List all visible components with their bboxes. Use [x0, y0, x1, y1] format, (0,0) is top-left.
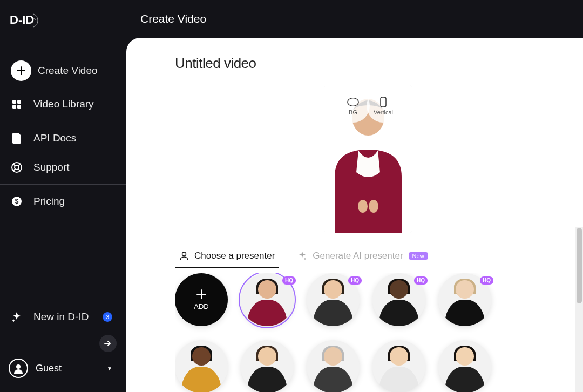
tab-label: Generate AI presenter [313, 251, 403, 261]
user-menu[interactable]: Guest ▼ [0, 352, 126, 384]
video-preview: BG Vertical [324, 85, 412, 233]
brand-logo: D-ID [0, 8, 126, 52]
sidebar-item-video-library[interactable]: Video Library [0, 90, 126, 119]
sidebar-item-label: Video Library [33, 98, 94, 110]
presenter-item[interactable] [372, 340, 425, 392]
sidebar: D-ID Create Video Video Library API Docs [0, 0, 126, 392]
chip-label: Vertical [374, 109, 393, 116]
divider [0, 121, 126, 121]
add-label: ADD [194, 302, 208, 310]
sidebar-item-support[interactable]: Support [0, 153, 126, 182]
arrow-right-icon [104, 340, 112, 347]
tab-label: Choose a presenter [194, 251, 275, 261]
grid-icon [11, 98, 23, 110]
lifebuoy-icon [11, 161, 23, 173]
sidebar-item-label: New in D-ID [33, 311, 89, 323]
svg-point-1 [33, 18, 35, 19]
svg-point-8 [15, 165, 19, 170]
hq-badge: HQ [282, 276, 296, 285]
plus-icon [195, 288, 207, 300]
video-title-input[interactable]: Untitled video [175, 55, 561, 72]
sidebar-item-api-docs[interactable]: API Docs [0, 124, 126, 153]
page-title: Create Video [140, 12, 206, 25]
scrollbar-thumb[interactable] [577, 228, 582, 303]
chip-label: BG [349, 109, 357, 116]
hq-badge: HQ [480, 276, 493, 285]
svg-text:$: $ [15, 198, 19, 205]
sidebar-nav: API Docs Support [0, 124, 126, 182]
chevron-down-icon: ▼ [107, 366, 112, 371]
vertical-rect-icon [377, 97, 389, 107]
canvas: Untitled video BG [126, 38, 583, 392]
svg-rect-6 [17, 105, 21, 109]
presenter-tabs: Choose a presenter Generate AI presenter… [175, 245, 561, 268]
topbar: Create Video [126, 0, 583, 38]
sidebar-item-label: Support [33, 161, 70, 173]
svg-point-2 [35, 19, 36, 20]
presenter-add[interactable]: ADD [175, 273, 228, 326]
presenter-item[interactable] [307, 340, 360, 392]
new-badge: New [409, 252, 428, 260]
sparkle-icon [11, 311, 23, 323]
main: Create Video Untitled video [126, 0, 583, 392]
presenter-item[interactable]: HQ [372, 273, 425, 326]
sidebar-item-whats-new[interactable]: New in D-ID 3 [0, 302, 126, 332]
background-chip[interactable]: BG [336, 89, 370, 123]
divider [0, 184, 126, 185]
svg-text:D-ID: D-ID [10, 13, 34, 26]
tab-choose-presenter[interactable]: Choose a presenter [175, 245, 279, 268]
sidebar-nav: $ Pricing [0, 187, 126, 216]
svg-point-18 [182, 252, 186, 256]
presenter-item[interactable]: HQ [438, 273, 491, 326]
svg-rect-17 [381, 97, 386, 107]
svg-point-16 [348, 98, 358, 106]
avatar-icon [9, 359, 28, 378]
user-label: Guest [36, 363, 62, 374]
person-icon [179, 251, 189, 261]
presenter-item[interactable] [438, 340, 491, 392]
sidebar-item-label: API Docs [33, 132, 76, 144]
plus-icon [11, 60, 31, 81]
presenter-item[interactable]: HQ [241, 273, 294, 326]
brand-logo-svg: D-ID [10, 11, 40, 30]
preview-controls: BG Vertical [336, 89, 400, 123]
document-icon [11, 132, 23, 144]
presenter-item[interactable] [241, 340, 294, 392]
presenter-item[interactable] [175, 340, 228, 392]
svg-point-14 [358, 200, 368, 213]
svg-rect-5 [12, 105, 16, 109]
sidebar-collapse-button[interactable] [99, 335, 117, 352]
presenter-item[interactable]: HQ [307, 273, 360, 326]
sidebar-nav: Create Video Video Library [0, 52, 126, 119]
sidebar-item-pricing[interactable]: $ Pricing [0, 187, 126, 216]
new-count-badge: 3 [103, 312, 112, 322]
presenter-grid: ADD HQ HQ HQ [175, 273, 561, 392]
orientation-chip[interactable]: Vertical [367, 89, 400, 123]
sidebar-item-create-video[interactable]: Create Video [0, 52, 126, 90]
svg-point-15 [369, 200, 378, 213]
svg-rect-3 [12, 100, 16, 104]
hq-badge: HQ [348, 276, 362, 285]
sidebar-item-label: Pricing [33, 195, 65, 207]
sidebar-item-label: Create Video [38, 65, 98, 77]
svg-point-11 [16, 364, 21, 369]
svg-rect-4 [17, 100, 21, 104]
dollar-icon: $ [11, 195, 23, 207]
hq-badge: HQ [414, 276, 428, 285]
bg-ellipse-icon [347, 97, 359, 107]
sparkles-icon [297, 251, 307, 261]
tab-generate-ai-presenter[interactable]: Generate AI presenter New [293, 245, 432, 268]
